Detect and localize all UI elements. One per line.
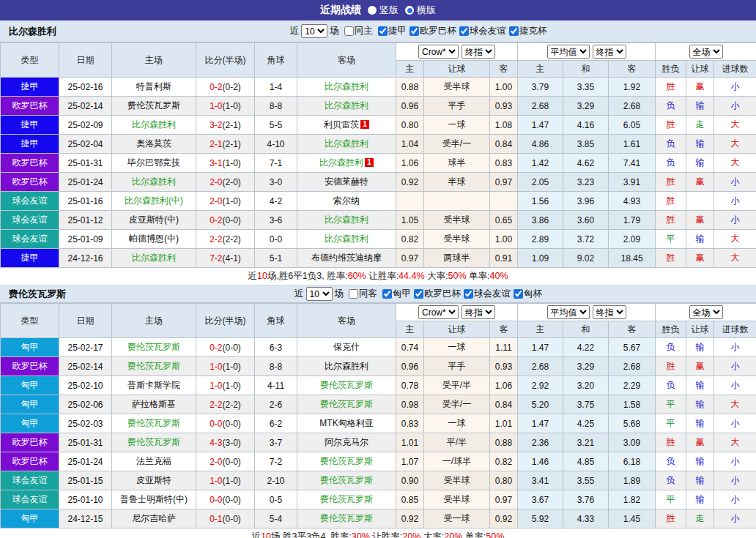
avg-home-odds: 3.67 bbox=[518, 490, 563, 509]
avg-away-odds: 3.09 bbox=[609, 433, 656, 452]
same-venue-checkbox[interactable]: 同客 bbox=[346, 288, 377, 300]
win-loss-result: 负 bbox=[656, 97, 686, 116]
checkbox-icon[interactable] bbox=[414, 289, 423, 299]
home-team-cell: 普斯卡斯学院 bbox=[112, 376, 196, 395]
home-team-cell: 比尔森胜利(中) bbox=[112, 192, 196, 211]
league-type-cell: 匈甲 bbox=[1, 414, 59, 433]
handicap-line: 一球 bbox=[424, 116, 490, 135]
checkbox-icon[interactable] bbox=[344, 26, 354, 36]
checkbox-icon[interactable] bbox=[378, 26, 388, 36]
corner-cell: 3-7 bbox=[255, 433, 297, 452]
score-cell: 0-2(0-2) bbox=[196, 78, 255, 97]
final-odds-select-2[interactable]: 终指 bbox=[593, 45, 626, 59]
handicap-line: 两球半 bbox=[424, 249, 490, 268]
score-cell: 2-0(0-0) bbox=[196, 452, 255, 471]
handicap-away-odds: 0.88 bbox=[490, 433, 518, 452]
avg-away-odds: 6.05 bbox=[609, 116, 656, 135]
fullmatch-select[interactable]: 全场 bbox=[689, 305, 723, 319]
corner-cell: 0-0 bbox=[255, 230, 297, 249]
halftime-score: (1-0) bbox=[223, 101, 241, 111]
home-team-cell: 皮亚斯特(中) bbox=[112, 211, 196, 230]
league-type-cell: 欧罗巴杯 bbox=[1, 173, 59, 192]
goals-result: 小 bbox=[714, 97, 756, 116]
league-label: 欧罗巴杯 bbox=[424, 288, 461, 300]
home-team-cell: 普鲁士明斯特(中) bbox=[112, 490, 196, 509]
crow-odds-select[interactable]: Crow* bbox=[418, 305, 459, 319]
handicap-away-odds: 1.00 bbox=[490, 230, 518, 249]
checkbox-icon[interactable] bbox=[382, 289, 392, 299]
avg-home-odds: 2.68 bbox=[518, 357, 563, 376]
filter-bar: 近 10 场 同客 匈甲欧罗巴杯球会友谊匈杯 bbox=[294, 287, 542, 301]
checkbox-icon[interactable] bbox=[509, 26, 519, 36]
crow-odds-select[interactable]: Crow* bbox=[418, 45, 459, 59]
corner-cell: 3-6 bbox=[255, 211, 297, 230]
away-team-cell: 比尔森胜利 bbox=[297, 97, 396, 116]
date-cell: 25-02-14 bbox=[59, 357, 112, 376]
layout-option-vertical[interactable]: 竖版 bbox=[368, 4, 399, 17]
goals-result: 大 bbox=[714, 135, 756, 154]
col-header-corner: 角球 bbox=[255, 43, 297, 78]
away-team-cell: 保克什 bbox=[297, 338, 396, 357]
radio-icon[interactable] bbox=[368, 6, 377, 15]
average-odds-select[interactable]: 平均值 bbox=[547, 45, 590, 59]
match-count-select[interactable]: 10 bbox=[306, 287, 333, 301]
checkbox-icon[interactable] bbox=[410, 26, 419, 36]
team-name-text: 比尔森胜利 bbox=[325, 233, 368, 244]
match-count-select[interactable]: 10 bbox=[301, 24, 327, 38]
corner-cell: 3-0 bbox=[255, 173, 297, 192]
date-cell: 25-01-24 bbox=[59, 452, 112, 471]
fullmatch-select[interactable]: 全场 bbox=[689, 45, 723, 59]
checkbox-icon[interactable] bbox=[464, 289, 473, 299]
same-venue-checkbox[interactable]: 同主 bbox=[341, 25, 373, 37]
league-checkbox[interactable]: 捷克杯 bbox=[506, 25, 547, 37]
team-name-text: 比尔森胜利 bbox=[325, 100, 368, 111]
avg-home-odds: 1.42 bbox=[518, 154, 563, 173]
league-checkbox[interactable]: 匈甲 bbox=[379, 288, 411, 300]
league-type-cell: 球会友谊 bbox=[1, 192, 59, 211]
avg-away-odds: 2.09 bbox=[609, 230, 656, 249]
handicap-home-odds: 1.01 bbox=[396, 433, 424, 452]
team-name-text: 比尔森胜利 bbox=[325, 214, 368, 225]
date-cell: 25-02-03 bbox=[59, 414, 112, 433]
goals-result: 大 bbox=[714, 116, 756, 135]
radio-icon[interactable] bbox=[405, 6, 414, 15]
away-team-cell: 费伦茨瓦罗斯 bbox=[297, 509, 396, 528]
league-checkbox[interactable]: 球会友谊 bbox=[456, 25, 506, 37]
team-name-text: 费伦茨瓦罗斯 bbox=[320, 513, 373, 523]
league-checkbox[interactable]: 匈杯 bbox=[511, 288, 542, 300]
away-team-cell: 安德莱赫特 bbox=[297, 173, 396, 192]
league-type-cell: 球会友谊 bbox=[1, 230, 59, 249]
league-checkbox[interactable]: 欧罗巴杯 bbox=[407, 25, 456, 37]
league-checkbox[interactable]: 球会友谊 bbox=[461, 288, 511, 300]
checkbox-icon[interactable] bbox=[459, 26, 469, 36]
handicap-line: 受半球 bbox=[424, 490, 490, 509]
win-loss-result: 胜 bbox=[656, 211, 686, 230]
fulltime-score: 1-0 bbox=[210, 476, 222, 486]
checkbox-icon[interactable] bbox=[349, 289, 358, 299]
final-odds-select[interactable]: 终指 bbox=[462, 305, 495, 319]
goals-result: 小 bbox=[714, 192, 756, 211]
league-label: 球会友谊 bbox=[474, 288, 511, 300]
handicap-away-odds: 1.01 bbox=[490, 414, 518, 433]
handicap-result: 输 bbox=[686, 230, 714, 249]
handicap-away-odds: 0.65 bbox=[490, 211, 518, 230]
score-cell: 2-1(2-1) bbox=[196, 135, 255, 154]
league-checkbox[interactable]: 捷甲 bbox=[375, 25, 407, 37]
handicap-away-odds: 0.92 bbox=[490, 509, 518, 528]
final-odds-select-2[interactable]: 终指 bbox=[593, 305, 626, 319]
average-odds-select[interactable]: 平均值 bbox=[547, 305, 590, 319]
handicap-home-odds: 1.04 bbox=[396, 135, 424, 154]
handicap-home-odds: 0.88 bbox=[396, 78, 424, 97]
league-label: 捷甲 bbox=[388, 25, 407, 37]
checkbox-icon[interactable] bbox=[514, 289, 523, 299]
away-team-cell: 比尔森胜利 bbox=[297, 78, 396, 97]
sub-col-header: 让球 bbox=[686, 321, 714, 338]
table-row: 匈甲25-02-03费伦茨瓦罗斯0-0(0-0)6-2MTK匈格利亚0.83一球… bbox=[1, 414, 756, 433]
sub-col-header: 进球数 bbox=[714, 61, 756, 78]
handicap-away-odds: 0.83 bbox=[490, 154, 518, 173]
odds-source-cell: Crow*终指 bbox=[396, 304, 518, 321]
league-checkbox[interactable]: 欧罗巴杯 bbox=[411, 288, 461, 300]
layout-option-horizontal[interactable]: 横版 bbox=[405, 4, 436, 17]
final-odds-select[interactable]: 终指 bbox=[462, 45, 495, 59]
corner-cell: 0-5 bbox=[255, 490, 297, 509]
